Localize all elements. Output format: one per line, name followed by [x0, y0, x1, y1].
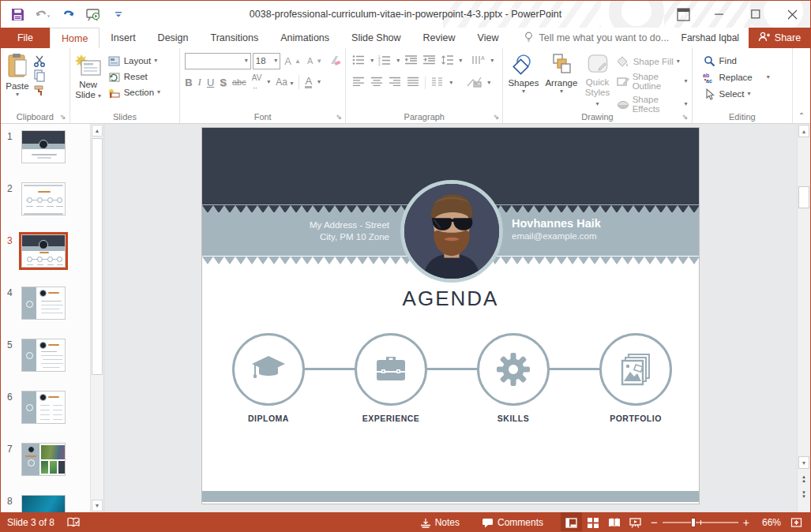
paste-button[interactable]: Paste ▾: [2, 51, 32, 110]
minimize-button[interactable]: [701, 1, 738, 28]
decrease-font-size-button[interactable]: A▼: [305, 55, 325, 66]
next-slide-button[interactable]: ▼▼: [798, 489, 809, 500]
change-case-button[interactable]: Aa ▾: [276, 77, 293, 88]
columns-icon[interactable]: [431, 77, 444, 89]
maximize-button[interactable]: [738, 1, 774, 28]
slide-sorter-view-button[interactable]: [582, 512, 603, 532]
font-size-combo[interactable]: 18▾: [253, 53, 281, 69]
spell-check-icon[interactable]: [61, 512, 86, 532]
thumbnail-scrollbar-thumb[interactable]: [92, 138, 103, 375]
slide-show-view-button[interactable]: [625, 512, 646, 532]
italic-button[interactable]: I: [198, 76, 201, 88]
arrange-button[interactable]: Arrange ▾: [542, 51, 580, 110]
zoom-slider-track[interactable]: [663, 522, 738, 523]
thumbnail-slide-4[interactable]: 4: [1, 287, 89, 320]
thumbnail-slide-3-selected[interactable]: 3: [1, 234, 89, 268]
slide-title[interactable]: AGENDA: [202, 287, 699, 311]
paragraph-dialog-launcher[interactable]: ⇘: [491, 112, 501, 122]
comments-toggle[interactable]: Comments: [475, 512, 550, 532]
tab-slide-show[interactable]: Slide Show: [340, 28, 412, 48]
tell-me-box[interactable]: Tell me what you want to do...: [524, 28, 669, 48]
thumbnail-preview-5[interactable]: [21, 339, 66, 372]
scroll-down-icon[interactable]: ▼: [798, 456, 809, 469]
thumbnail-scroll-up-icon[interactable]: ▲: [92, 125, 103, 137]
shape-outline-button[interactable]: Shape Outline▾: [614, 71, 690, 92]
bullets-icon[interactable]: [352, 54, 366, 68]
thumbnail-preview-6[interactable]: [21, 391, 66, 424]
reading-view-button[interactable]: [603, 512, 625, 532]
start-from-beginning-icon[interactable]: [84, 6, 102, 23]
agenda-circle-experience[interactable]: [355, 333, 427, 406]
agenda-circle-diploma[interactable]: [232, 333, 305, 406]
thumbnail-slide-8[interactable]: 8: [1, 495, 89, 512]
thumbnail-preview-7[interactable]: [21, 443, 66, 476]
tab-animations[interactable]: Animations: [269, 28, 340, 48]
underline-button[interactable]: U: [207, 77, 214, 88]
font-name-combo[interactable]: ▾: [185, 53, 251, 69]
thumbnail-preview-1[interactable]: [21, 130, 66, 163]
collapse-ribbon-icon[interactable]: ⌃: [798, 111, 805, 120]
font-dialog-launcher[interactable]: ⇘: [334, 112, 344, 122]
text-shadow-button[interactable]: S: [220, 77, 227, 88]
zoom-slider-thumb[interactable]: [691, 518, 696, 527]
thumbnail-preview-3[interactable]: [21, 234, 66, 268]
undo-icon[interactable]: [34, 6, 51, 23]
profile-photo[interactable]: [400, 180, 503, 283]
format-painter-icon[interactable]: [32, 84, 46, 97]
tab-transitions[interactable]: Transitions: [200, 28, 270, 48]
quick-styles-button[interactable]: QuickStyles ▾: [580, 51, 614, 110]
tab-design[interactable]: Design: [147, 28, 200, 48]
ribbon-display-options-icon[interactable]: [665, 1, 701, 28]
numbering-icon[interactable]: 123: [378, 54, 392, 68]
convert-smartart-icon[interactable]: [466, 76, 482, 90]
thumbnail-slide-2[interactable]: 2: [1, 182, 89, 215]
save-icon[interactable]: [9, 6, 26, 23]
layout-button[interactable]: Layout▾: [105, 54, 163, 68]
font-color-button[interactable]: A: [305, 76, 312, 88]
thumbnail-slide-1[interactable]: 1: [1, 130, 89, 163]
address-text[interactable]: My Address - Street City, PM 10 Zone: [310, 219, 389, 243]
thumbnail-preview-2[interactable]: [21, 182, 66, 215]
agenda-circle-skills[interactable]: [477, 333, 550, 406]
reset-button[interactable]: Reset: [105, 69, 163, 84]
previous-slide-button[interactable]: ▲▲: [798, 473, 809, 485]
align-right-icon[interactable]: [389, 77, 401, 89]
copy-icon[interactable]: [32, 69, 46, 82]
thumbnail-scrollbar[interactable]: ▲ ▼: [90, 124, 103, 512]
line-spacing-icon[interactable]: [441, 54, 454, 68]
scroll-up-icon[interactable]: ▲: [798, 125, 809, 137]
increase-font-size-button[interactable]: A▲: [282, 54, 303, 68]
align-center-icon[interactable]: [370, 77, 383, 89]
redo-icon[interactable]: [59, 6, 77, 23]
text-direction-icon[interactable]: A: [471, 54, 486, 68]
justify-icon[interactable]: [407, 77, 419, 89]
normal-view-button[interactable]: [561, 512, 582, 532]
zoom-out-button[interactable]: −: [651, 519, 658, 526]
notes-toggle[interactable]: Notes: [414, 512, 466, 532]
agenda-circle-portfolio[interactable]: [599, 333, 672, 406]
cut-icon[interactable]: [32, 54, 46, 67]
new-slide-button[interactable]: NewSlide ▾: [72, 51, 105, 110]
contact-text[interactable]: Hovhannes Haik email@example.com: [512, 216, 601, 242]
increase-indent-icon[interactable]: [422, 54, 436, 68]
slide-canvas[interactable]: My Address - Street City, PM 10 Zone Hov…: [201, 127, 700, 504]
clear-formatting-button[interactable]: [326, 54, 344, 68]
tab-home[interactable]: Home: [50, 28, 99, 48]
align-left-icon[interactable]: [352, 77, 365, 89]
select-button[interactable]: Select▾: [700, 87, 791, 101]
zoom-in-button[interactable]: +: [743, 516, 749, 529]
strikethrough-button[interactable]: abc: [232, 77, 246, 87]
tab-review[interactable]: Review: [412, 28, 467, 48]
thumbnail-slide-5[interactable]: 5: [1, 339, 89, 372]
fit-slide-to-window-button[interactable]: [786, 512, 807, 532]
find-button[interactable]: Find: [700, 54, 791, 68]
thumbnail-preview-8[interactable]: [21, 495, 66, 512]
customize-qat-icon[interactable]: [110, 6, 127, 23]
shape-fill-button[interactable]: Shape Fill▾: [614, 54, 690, 69]
zoom-percentage[interactable]: 66%: [754, 517, 781, 528]
section-button[interactable]: Section▾: [105, 85, 163, 99]
tab-file[interactable]: File: [1, 28, 50, 48]
share-button[interactable]: Share: [749, 28, 810, 48]
replace-button[interactable]: abac Replace▾: [700, 70, 791, 84]
slide-indicator[interactable]: Slide 3 of 8: [1, 512, 61, 532]
